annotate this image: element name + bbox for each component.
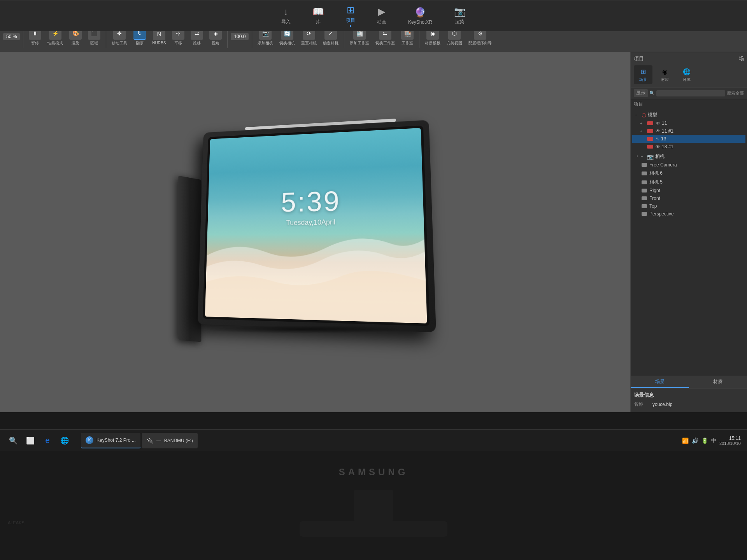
tree-item-11-1[interactable]: + 👁 11 #1 <box>632 127 745 135</box>
monitor-stand-neck <box>354 490 393 521</box>
pan-label: 平移 <box>174 40 182 46</box>
monitor-stand-base <box>300 521 447 537</box>
push-label: 推移 <box>193 40 201 46</box>
camera-5[interactable]: 相机 5 <box>632 178 745 187</box>
ipad-shadow <box>205 326 400 333</box>
taskbar-search-btn[interactable]: 🔍 <box>6 434 20 448</box>
tray-network-icon: 📶 <box>682 438 689 444</box>
watermark-text: ALEAKS <box>8 520 25 525</box>
camera-perspective-label: Perspective <box>649 211 674 217</box>
scene-tab-label: 场景 <box>639 77 647 82</box>
taskbar-tray: 📶 🔊 🔋 中 15:11 2018/10/10 <box>676 436 747 446</box>
panel-title-left: 项目 <box>634 55 644 62</box>
camera-front[interactable]: Front <box>632 194 745 202</box>
tree-model-root[interactable]: − ⬡ 模型 <box>632 110 745 119</box>
move-label: 移动工具 <box>112 40 127 46</box>
tree-item-11-label: 11 <box>662 121 667 126</box>
taskbar-bandmu[interactable]: 🔌 — BANDMU (F:) <box>142 433 198 448</box>
taskbar-date: 2018/10/10 <box>719 441 741 446</box>
switchstudio-label: 切换工作室 <box>375 40 395 46</box>
item11-1-eye-icon: 👁 <box>656 128 660 134</box>
tab-scene[interactable]: ⊞ 场景 <box>634 65 652 84</box>
tree-item-13-1-label: 13 #1 <box>662 144 673 149</box>
taskbar-items: K KeyShot 7.2 Pro ... 🔌 — BANDMU (F:) <box>78 433 676 448</box>
panel-tabs: ⊞ 场景 ◉ 材质 🌐 环境 <box>634 65 744 84</box>
zoom-percent[interactable]: 50 % <box>3 33 20 40</box>
taskbar-keyshot[interactable]: K KeyShot 7.2 Pro ... <box>81 433 140 448</box>
scene-tab-icon: ⊞ <box>638 67 648 76</box>
confirmcam-label: 确定相机 <box>323 40 338 46</box>
bandmu-icon: 🔌 <box>147 438 153 444</box>
appbar-render[interactable]: 📷 渲染 <box>449 5 470 27</box>
tree-item-13[interactable]: ↖ 13 <box>632 135 745 143</box>
appbar-library[interactable]: 📖 库 <box>308 5 329 27</box>
scene-search-input[interactable] <box>656 90 725 96</box>
tray-battery-icon: 🔋 <box>701 438 708 444</box>
scene-info-name-row: 名称 youce.bip <box>634 401 744 408</box>
tab-environment[interactable]: 🌐 环境 <box>677 65 696 84</box>
taskbar-start: 🔍 ⬜ e 🌐 <box>0 434 78 448</box>
item11-expand: + <box>640 121 645 126</box>
ipad-screen: 5:39 Tuesday,10April <box>205 128 427 324</box>
appbar-import[interactable]: ↓ 导入 <box>277 5 295 27</box>
camera-label: 相机 <box>655 153 665 160</box>
render-label: 渲染 <box>72 40 79 46</box>
taskbar-task-btn[interactable]: ⬜ <box>23 434 37 448</box>
main-area: 5:39 Tuesday,10April 项目 场 ⊞ 场景 <box>0 52 747 412</box>
taskbar-time: 15:11 <box>719 436 741 441</box>
bottom-tab-scene[interactable]: 场景 <box>631 376 689 388</box>
monitor-brand: SAMSUNG <box>339 467 409 478</box>
tree-camera-root[interactable]: ⋮ − 📷 相机 <box>632 152 745 161</box>
ipad-time-display: 5:39 <box>281 185 340 218</box>
rotate-label: 翻滚 <box>136 40 144 46</box>
render-percent[interactable]: 100.0 <box>231 33 249 40</box>
tree-item-11[interactable]: + 👁 11 <box>632 119 745 127</box>
bottom-tab-material[interactable]: 材质 <box>689 376 747 388</box>
import-label: 导入 <box>281 19 291 25</box>
display-btn[interactable]: 显示 <box>634 89 648 97</box>
watermark: ALEAKS <box>8 520 25 525</box>
bandmu-label: — <box>156 438 161 443</box>
tree-item-13-1[interactable]: 👁 13 #1 <box>632 143 745 150</box>
appbar-project[interactable]: ⊞ 项目 <box>341 3 360 28</box>
camera-free[interactable]: Free Camera <box>632 161 745 169</box>
area-label: 区域 <box>90 40 98 46</box>
panel-title-row: 项目 场 <box>634 55 744 62</box>
app-bar: ↓ 导入 📖 库 ⊞ 项目 ▶ 动画 🔮 KeyShotXR 📷 渲染 <box>0 0 747 31</box>
camera-top[interactable]: Top <box>632 202 745 210</box>
perf-label: 性能模式 <box>47 40 63 46</box>
right-panel: 项目 场 ⊞ 场景 ◉ 材质 🌐 环境 显示 🔍 <box>630 52 747 412</box>
taskbar-clock: 15:11 2018/10/10 <box>719 436 741 446</box>
material-tab-icon: ◉ <box>660 67 670 76</box>
project-label: 项目 <box>346 17 355 24</box>
camera-right[interactable]: Right <box>632 187 745 194</box>
cam-top-icon <box>642 204 647 208</box>
scene-section-label: 项目 <box>631 99 747 109</box>
pause-label: 暂停 <box>31 40 39 46</box>
camera-top-label: Top <box>649 203 657 209</box>
camera-5-label: 相机 5 <box>649 179 663 186</box>
cam-6-icon <box>642 172 647 175</box>
wave-svg <box>205 231 427 323</box>
animation-label: 动画 <box>377 19 386 25</box>
animation-icon: ▶ <box>378 6 385 17</box>
viewport[interactable]: 5:39 Tuesday,10April <box>0 52 630 412</box>
tab-material[interactable]: ◉ 材质 <box>656 65 674 84</box>
keyshot-icon: K <box>86 436 93 444</box>
taskbar-edge-btn[interactable]: 🌐 <box>58 434 72 448</box>
camera-front-label: Front <box>649 196 660 201</box>
taskbar-ie-btn[interactable]: e <box>40 434 54 448</box>
model-type-icon: ⬡ <box>642 112 646 118</box>
search-icon: 🔍 <box>649 91 655 96</box>
angle-label: 视角 <box>212 40 219 46</box>
appbar-keyshotxr[interactable]: 🔮 KeyShotXR <box>403 5 437 26</box>
camera-perspective[interactable]: Perspective <box>632 210 745 218</box>
library-icon: 📖 <box>312 6 324 17</box>
item13-1-vis-icon <box>647 145 653 149</box>
tray-lang-label[interactable]: 中 <box>711 437 716 444</box>
win-taskbar: 🔍 ⬜ e 🌐 K KeyShot 7.2 Pro ... 🔌 — BANDMU… <box>0 429 747 451</box>
appbar-animation[interactable]: ▶ 动画 <box>372 5 391 27</box>
scene-toolbar: 显示 🔍 搜索全部 <box>631 88 747 99</box>
camera-6[interactable]: 相机 6 <box>632 169 745 178</box>
item11-vis-icon <box>647 121 653 125</box>
